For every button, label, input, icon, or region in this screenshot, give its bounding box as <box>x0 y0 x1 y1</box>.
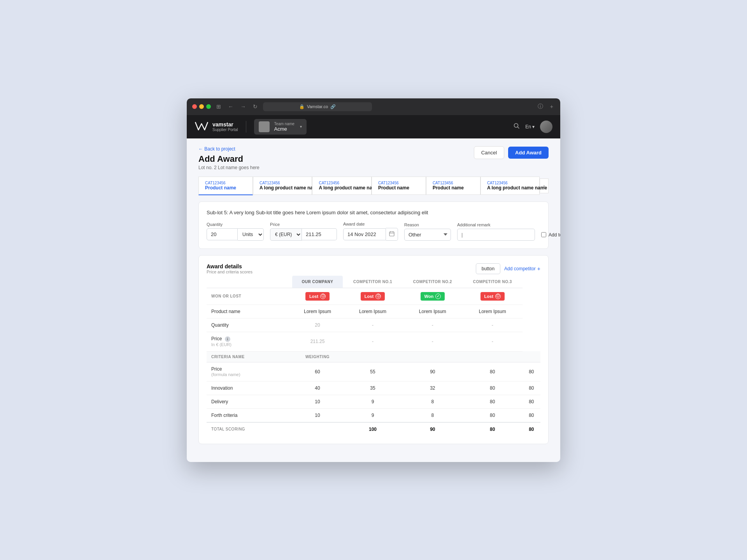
criteria-delivery-comp3: 80 <box>523 395 540 408</box>
add-to-all-checkbox[interactable] <box>541 232 546 237</box>
maximize-dot[interactable] <box>206 104 211 109</box>
total-comp2: 80 <box>463 422 523 436</box>
criteria-forth-our: 9 <box>343 408 403 422</box>
info-circle-icon-1: ⓘ <box>375 294 381 299</box>
comp1-quantity: - <box>343 318 403 332</box>
info-circle-icon: ⓘ <box>320 294 326 299</box>
lost-label-comp3: Lost <box>484 294 493 299</box>
refresh-button[interactable]: ↻ <box>251 103 259 110</box>
price-sub-label: In € (EUR) <box>211 342 231 347</box>
add-to-all-checkbox-label[interactable]: Add to all products <box>541 232 560 238</box>
our-product-name: Lorem Ipsum <box>292 304 343 318</box>
back-to-project-link[interactable]: ← Back to project <box>198 146 260 152</box>
cancel-button[interactable]: Cancel <box>474 146 504 159</box>
tab-view-icon[interactable]: ⊞ <box>215 103 223 110</box>
comp3-quantity: - <box>463 318 523 332</box>
criteria-forth-comp2: 80 <box>463 408 523 422</box>
product-tab-4[interactable]: CAT123456 Product name <box>426 177 480 195</box>
logo-area: vamstar Supplier Portal Team name Acme ▾ <box>195 119 307 135</box>
currency-select[interactable]: € (EUR) $ (USD) <box>270 228 302 241</box>
criteria-innovation-our: 35 <box>343 381 403 395</box>
unit-select[interactable]: Units Kg Liters <box>238 228 264 241</box>
competitor3-status-cell: Lost ⓘ <box>463 288 523 304</box>
criteria-row-delivery: Delivery 10 9 8 80 80 <box>207 395 540 408</box>
team-label: Team name <box>274 122 295 126</box>
criteria-innovation-comp2: 80 <box>463 381 523 395</box>
add-competitor-button[interactable]: Add competitor + <box>504 266 540 272</box>
competitor2-status-badge: Won ✓ <box>421 292 445 301</box>
sublot-title: Sub-lot 5: A very long Sub-lot title goe… <box>207 210 540 215</box>
comp3-price: - <box>463 332 523 351</box>
back-button[interactable]: ← <box>226 103 235 110</box>
competitor3-status-badge: Lost ⓘ <box>480 292 505 301</box>
team-avatar <box>259 121 270 132</box>
new-tab-icon[interactable]: + <box>549 103 555 110</box>
calendar-icon[interactable] <box>386 228 398 241</box>
close-dot[interactable] <box>192 104 197 109</box>
comp3-criteria-col <box>523 351 540 362</box>
total-comp1: 90 <box>403 422 463 436</box>
tab-product-name-4: Product name <box>433 185 464 191</box>
award-date-group: Award date <box>343 222 398 241</box>
our-price: 211.25 <box>292 332 343 351</box>
quantity-group: Quantity Units Kg Liters <box>207 222 264 241</box>
total-row: TOTAL SCORING 100 90 80 80 <box>207 422 540 436</box>
add-competitor-label: Add competitor <box>504 266 536 271</box>
reason-label: Reason <box>404 222 451 227</box>
criteria-name-col-header: CRITERIA NAME <box>207 351 292 362</box>
forward-button[interactable]: → <box>239 103 247 110</box>
criteria-delivery-weighting: 10 <box>292 395 343 408</box>
quantity-input[interactable] <box>207 228 238 240</box>
address-bar[interactable]: 🔒 Vamstar.co 🔗 <box>263 102 372 111</box>
won-or-lost-row: WON OR LOST Lost ⓘ Lost ⓘ <box>207 288 540 304</box>
plus-icon: + <box>537 266 540 272</box>
team-selector[interactable]: Team name Acme ▾ <box>254 119 307 135</box>
tab-cat-id-5: CAT123456 <box>487 181 533 185</box>
criteria-row-innovation: Innovation 40 35 32 80 80 <box>207 381 540 395</box>
product-name-row: Product name Lorem Ipsum Lorem Ipsum Lor… <box>207 304 540 318</box>
criteria-price-our: 55 <box>343 362 403 381</box>
search-button[interactable] <box>514 123 520 131</box>
award-details-subtitle: Price and criteria scores <box>207 270 253 274</box>
our-quantity: 20 <box>292 318 343 332</box>
table-header-row: OUR COMPANY COMPETITOR NO.1 COMPETITOR N… <box>207 276 540 288</box>
criteria-price-weighting: 60 <box>292 362 343 381</box>
product-tab-5[interactable]: CAT123456 A long product name name n... <box>480 177 540 195</box>
quantity-input-group: Units Kg Liters <box>207 228 264 241</box>
criteria-row-forth: Forth criteria 10 9 8 80 80 <box>207 408 540 422</box>
minimize-dot[interactable] <box>199 104 204 109</box>
language-selector[interactable]: En ▾ <box>525 124 535 130</box>
criteria-header-row: CRITERIA NAME WEIGHTING <box>207 351 540 362</box>
additional-remark-input[interactable] <box>457 229 535 241</box>
svg-line-1 <box>518 127 519 128</box>
info-icon[interactable]: ⓘ <box>536 102 545 111</box>
user-avatar[interactable] <box>540 121 552 133</box>
product-tab-2[interactable]: CAT123456 A long product name name n... <box>312 177 371 195</box>
comp1-criteria-col <box>403 351 463 362</box>
col-our-company-header: OUR COMPANY <box>292 276 343 288</box>
award-details-title-block: Award details Price and criteria scores <box>207 263 253 274</box>
svg-rect-2 <box>389 232 394 236</box>
quantity-row: Quantity 20 - - - <box>207 318 540 332</box>
criteria-innovation-comp3: 80 <box>523 381 540 395</box>
criteria-price-comp1: 90 <box>403 362 463 381</box>
comp3-product-name: Lorem Ipsum <box>463 304 523 318</box>
criteria-innovation-comp1: 32 <box>403 381 463 395</box>
lock-icon: 🔒 <box>299 104 305 109</box>
product-tab-3[interactable]: CAT123456 Product name <box>372 177 426 195</box>
comp2-price: - <box>403 332 463 351</box>
price-input[interactable] <box>302 228 337 240</box>
tab-cat-id-3: CAT123456 <box>378 181 419 185</box>
weighting-col-header: WEIGHTING <box>292 351 343 362</box>
total-label: TOTAL SCORING <box>207 422 292 436</box>
button-generic[interactable]: button <box>476 263 500 274</box>
comp2-product-name: Lorem Ipsum <box>403 304 463 318</box>
date-input[interactable] <box>343 228 386 240</box>
scores-table: OUR COMPANY COMPETITOR NO.1 COMPETITOR N… <box>207 276 540 436</box>
product-tab-1[interactable]: CAT123456 A long product name name n... <box>253 177 312 195</box>
col-competitor2-header: COMPETITOR NO.2 <box>403 276 463 288</box>
product-tab-0[interactable]: CAT123456 Product name <box>198 177 253 195</box>
add-award-button[interactable]: Add Award <box>508 147 549 159</box>
award-details-title: Award details <box>207 263 253 270</box>
reason-select[interactable]: Other Best price Quality <box>404 229 451 241</box>
